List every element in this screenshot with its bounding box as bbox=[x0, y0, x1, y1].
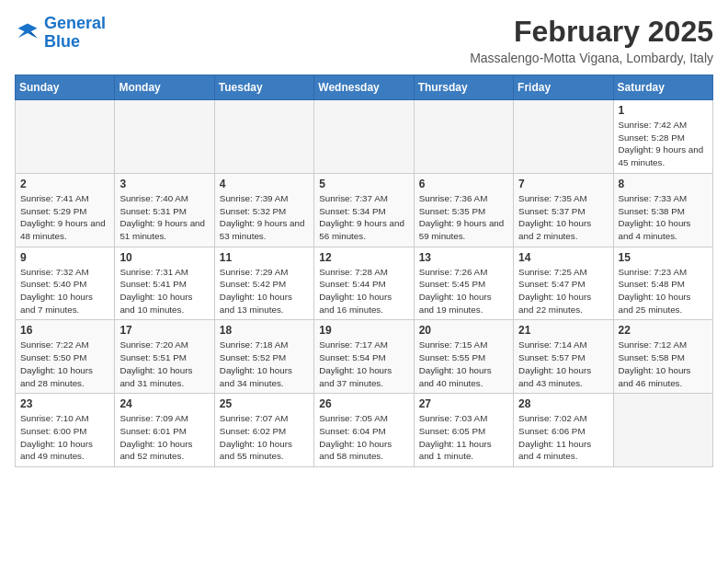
day-info: Sunrise: 7:36 AM Sunset: 5:35 PM Dayligh… bbox=[419, 192, 508, 243]
calendar-cell: 11Sunrise: 7:29 AM Sunset: 5:42 PM Dayli… bbox=[214, 247, 313, 320]
month-year-title: February 2025 bbox=[470, 15, 713, 49]
day-info: Sunrise: 7:33 AM Sunset: 5:38 PM Dayligh… bbox=[619, 192, 708, 243]
calendar-cell: 2Sunrise: 7:41 AM Sunset: 5:29 PM Daylig… bbox=[16, 173, 115, 247]
calendar-cell: 20Sunrise: 7:15 AM Sunset: 5:55 PM Dayli… bbox=[414, 320, 513, 394]
calendar-cell: 22Sunrise: 7:12 AM Sunset: 5:58 PM Dayli… bbox=[613, 320, 712, 394]
calendar-cell: 23Sunrise: 7:10 AM Sunset: 6:00 PM Dayli… bbox=[16, 394, 115, 467]
day-number: 19 bbox=[319, 324, 408, 337]
logo: General Blue bbox=[15, 15, 106, 52]
day-info: Sunrise: 7:02 AM Sunset: 6:06 PM Dayligh… bbox=[518, 412, 608, 463]
day-info: Sunrise: 7:29 AM Sunset: 5:42 PM Dayligh… bbox=[220, 266, 309, 316]
calendar-cell: 19Sunrise: 7:17 AM Sunset: 5:54 PM Dayli… bbox=[314, 320, 414, 394]
day-info: Sunrise: 7:03 AM Sunset: 6:05 PM Dayligh… bbox=[419, 412, 508, 463]
calendar-cell: 16Sunrise: 7:22 AM Sunset: 5:50 PM Dayli… bbox=[16, 320, 115, 394]
day-number: 5 bbox=[319, 178, 408, 190]
day-number: 7 bbox=[518, 178, 608, 190]
calendar-cell bbox=[214, 100, 313, 174]
calendar-cell bbox=[514, 100, 613, 174]
day-number: 9 bbox=[20, 251, 109, 264]
day-info: Sunrise: 7:23 AM Sunset: 5:48 PM Dayligh… bbox=[619, 266, 708, 316]
calendar-cell: 6Sunrise: 7:36 AM Sunset: 5:35 PM Daylig… bbox=[414, 173, 513, 247]
calendar-cell: 17Sunrise: 7:20 AM Sunset: 5:51 PM Dayli… bbox=[115, 320, 214, 394]
page-header: General Blue February 2025 Massalengo-Mo… bbox=[15, 15, 713, 65]
calendar-cell bbox=[314, 100, 414, 174]
calendar-cell: 9Sunrise: 7:32 AM Sunset: 5:40 PM Daylig… bbox=[16, 247, 115, 320]
calendar-cell bbox=[414, 100, 513, 174]
weekday-header-monday: Monday bbox=[115, 75, 214, 100]
day-number: 15 bbox=[619, 251, 708, 264]
day-info: Sunrise: 7:37 AM Sunset: 5:34 PM Dayligh… bbox=[319, 192, 408, 243]
weekday-header-saturday: Saturday bbox=[613, 75, 712, 100]
day-number: 17 bbox=[119, 324, 209, 337]
calendar-cell: 21Sunrise: 7:14 AM Sunset: 5:57 PM Dayli… bbox=[514, 320, 613, 394]
day-number: 14 bbox=[518, 251, 608, 264]
day-number: 3 bbox=[119, 178, 209, 190]
title-block: February 2025 Massalengo-Motta Vigana, L… bbox=[470, 15, 713, 65]
logo-text: General Blue bbox=[44, 15, 106, 52]
day-number: 16 bbox=[20, 324, 109, 337]
day-info: Sunrise: 7:26 AM Sunset: 5:45 PM Dayligh… bbox=[419, 266, 508, 316]
day-number: 2 bbox=[20, 178, 109, 190]
calendar-cell: 7Sunrise: 7:35 AM Sunset: 5:37 PM Daylig… bbox=[514, 173, 613, 247]
day-number: 18 bbox=[220, 324, 309, 337]
day-number: 6 bbox=[419, 178, 508, 190]
calendar-cell: 1Sunrise: 7:42 AM Sunset: 5:28 PM Daylig… bbox=[613, 100, 712, 174]
day-info: Sunrise: 7:12 AM Sunset: 5:58 PM Dayligh… bbox=[619, 339, 708, 389]
calendar-cell bbox=[16, 100, 115, 174]
calendar-cell: 4Sunrise: 7:39 AM Sunset: 5:32 PM Daylig… bbox=[214, 173, 313, 247]
calendar-cell: 12Sunrise: 7:28 AM Sunset: 5:44 PM Dayli… bbox=[314, 247, 414, 320]
day-number: 22 bbox=[619, 324, 708, 337]
calendar-cell: 18Sunrise: 7:18 AM Sunset: 5:52 PM Dayli… bbox=[214, 320, 313, 394]
day-number: 26 bbox=[319, 397, 408, 410]
weekday-header-sunday: Sunday bbox=[16, 75, 115, 100]
calendar-table: SundayMondayTuesdayWednesdayThursdayFrid… bbox=[15, 75, 713, 467]
day-info: Sunrise: 7:39 AM Sunset: 5:32 PM Dayligh… bbox=[220, 192, 309, 243]
day-info: Sunrise: 7:17 AM Sunset: 5:54 PM Dayligh… bbox=[319, 339, 408, 389]
calendar-cell: 13Sunrise: 7:26 AM Sunset: 5:45 PM Dayli… bbox=[414, 247, 513, 320]
calendar-cell: 10Sunrise: 7:31 AM Sunset: 5:41 PM Dayli… bbox=[115, 247, 214, 320]
calendar-cell bbox=[613, 394, 712, 467]
weekday-header-thursday: Thursday bbox=[414, 75, 513, 100]
day-number: 1 bbox=[619, 104, 708, 117]
day-info: Sunrise: 7:09 AM Sunset: 6:01 PM Dayligh… bbox=[119, 412, 209, 463]
day-info: Sunrise: 7:07 AM Sunset: 6:02 PM Dayligh… bbox=[220, 412, 309, 463]
calendar-cell: 28Sunrise: 7:02 AM Sunset: 6:06 PM Dayli… bbox=[514, 394, 613, 467]
day-number: 13 bbox=[419, 251, 508, 264]
calendar-cell: 5Sunrise: 7:37 AM Sunset: 5:34 PM Daylig… bbox=[314, 173, 414, 247]
svg-marker-1 bbox=[31, 31, 38, 38]
calendar-cell: 8Sunrise: 7:33 AM Sunset: 5:38 PM Daylig… bbox=[613, 173, 712, 247]
day-info: Sunrise: 7:35 AM Sunset: 5:37 PM Dayligh… bbox=[518, 192, 608, 243]
day-number: 10 bbox=[119, 251, 209, 264]
day-number: 23 bbox=[20, 397, 109, 410]
day-info: Sunrise: 7:40 AM Sunset: 5:31 PM Dayligh… bbox=[119, 192, 209, 243]
day-info: Sunrise: 7:14 AM Sunset: 5:57 PM Dayligh… bbox=[518, 339, 608, 389]
day-number: 11 bbox=[220, 251, 309, 264]
calendar-cell bbox=[115, 100, 214, 174]
day-number: 25 bbox=[220, 397, 309, 410]
calendar-cell: 26Sunrise: 7:05 AM Sunset: 6:04 PM Dayli… bbox=[314, 394, 414, 467]
day-info: Sunrise: 7:05 AM Sunset: 6:04 PM Dayligh… bbox=[319, 412, 408, 463]
day-number: 27 bbox=[419, 397, 508, 410]
day-number: 20 bbox=[419, 324, 508, 337]
weekday-header-tuesday: Tuesday bbox=[214, 75, 313, 100]
calendar-cell: 14Sunrise: 7:25 AM Sunset: 5:47 PM Dayli… bbox=[514, 247, 613, 320]
calendar-cell: 3Sunrise: 7:40 AM Sunset: 5:31 PM Daylig… bbox=[115, 173, 214, 247]
day-number: 21 bbox=[518, 324, 608, 337]
day-info: Sunrise: 7:25 AM Sunset: 5:47 PM Dayligh… bbox=[518, 266, 608, 316]
calendar-cell: 27Sunrise: 7:03 AM Sunset: 6:05 PM Dayli… bbox=[414, 394, 513, 467]
location-subtitle: Massalengo-Motta Vigana, Lombardy, Italy bbox=[470, 51, 713, 65]
weekday-header-friday: Friday bbox=[514, 75, 613, 100]
day-info: Sunrise: 7:31 AM Sunset: 5:41 PM Dayligh… bbox=[119, 266, 209, 316]
day-info: Sunrise: 7:18 AM Sunset: 5:52 PM Dayligh… bbox=[220, 339, 309, 389]
day-number: 8 bbox=[619, 178, 708, 190]
day-info: Sunrise: 7:10 AM Sunset: 6:00 PM Dayligh… bbox=[20, 412, 109, 463]
day-info: Sunrise: 7:20 AM Sunset: 5:51 PM Dayligh… bbox=[119, 339, 209, 389]
logo-icon bbox=[15, 20, 40, 46]
day-info: Sunrise: 7:41 AM Sunset: 5:29 PM Dayligh… bbox=[20, 192, 109, 243]
calendar-cell: 15Sunrise: 7:23 AM Sunset: 5:48 PM Dayli… bbox=[613, 247, 712, 320]
day-info: Sunrise: 7:22 AM Sunset: 5:50 PM Dayligh… bbox=[20, 339, 109, 389]
day-info: Sunrise: 7:28 AM Sunset: 5:44 PM Dayligh… bbox=[319, 266, 408, 316]
calendar-cell: 24Sunrise: 7:09 AM Sunset: 6:01 PM Dayli… bbox=[115, 394, 214, 467]
day-info: Sunrise: 7:15 AM Sunset: 5:55 PM Dayligh… bbox=[419, 339, 508, 389]
weekday-header-wednesday: Wednesday bbox=[314, 75, 414, 100]
